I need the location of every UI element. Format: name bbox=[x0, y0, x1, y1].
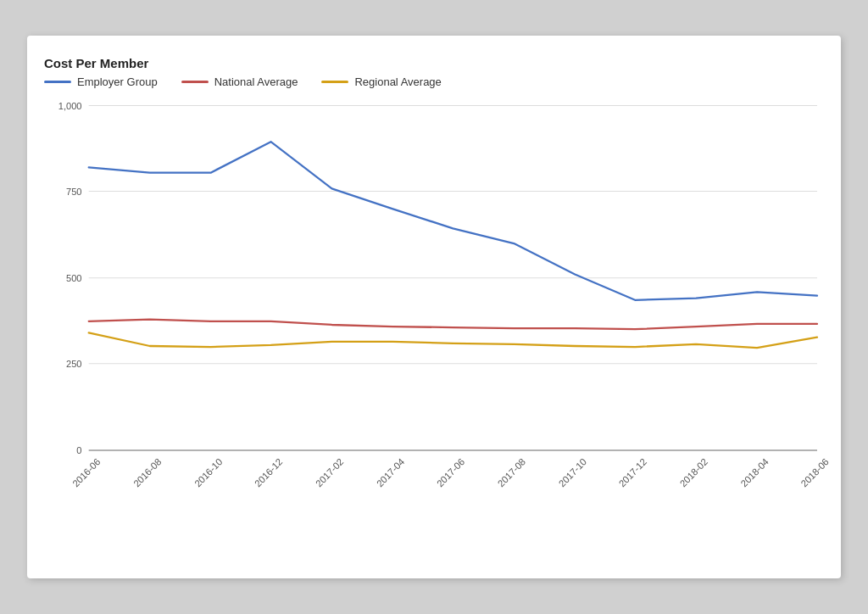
legend-line-employer bbox=[44, 81, 71, 83]
legend-label-employer: Employer Group bbox=[77, 75, 158, 88]
x-label-5: 2017-04 bbox=[375, 456, 406, 488]
x-label-1: 2016-08 bbox=[131, 456, 163, 488]
legend-item-regional: Regional Average bbox=[321, 75, 441, 88]
y-label-750: 750 bbox=[66, 187, 82, 197]
legend-item-national: National Average bbox=[181, 75, 298, 88]
legend-line-regional bbox=[321, 81, 348, 83]
x-label-11: 2018-04 bbox=[739, 456, 771, 488]
x-label-0: 2016-06 bbox=[70, 456, 102, 488]
x-label-10: 2018-02 bbox=[678, 456, 709, 488]
x-label-12: 2018-06 bbox=[799, 456, 831, 488]
x-label-4: 2017-02 bbox=[314, 456, 345, 488]
legend-label-national: National Average bbox=[214, 75, 298, 88]
legend-item-employer: Employer Group bbox=[44, 75, 158, 88]
y-label-1000: 1,000 bbox=[58, 100, 82, 110]
legend: Employer Group National Average Regional… bbox=[44, 75, 817, 88]
x-label-9: 2017-12 bbox=[617, 456, 648, 488]
x-label-8: 2017-10 bbox=[557, 456, 588, 488]
legend-line-national bbox=[181, 81, 209, 83]
x-label-3: 2016-12 bbox=[253, 456, 284, 488]
x-label-7: 2017-08 bbox=[496, 456, 527, 488]
national-average-line bbox=[89, 320, 817, 329]
regional-average-line bbox=[89, 332, 817, 348]
chart-area: 1,000 750 500 250 0 2016-06 2016-08 2016… bbox=[44, 97, 817, 512]
employer-group-line bbox=[89, 142, 817, 300]
x-label-2: 2016-10 bbox=[192, 456, 224, 488]
y-label-250: 250 bbox=[66, 359, 82, 369]
legend-label-regional: Regional Average bbox=[354, 75, 441, 88]
chart-card: Cost Per Member Employer Group National … bbox=[27, 36, 841, 578]
y-label-0: 0 bbox=[76, 445, 81, 455]
x-label-6: 2017-06 bbox=[435, 456, 466, 488]
chart-title: Cost Per Member bbox=[44, 56, 817, 70]
y-label-500: 500 bbox=[66, 273, 82, 283]
chart-svg: 1,000 750 500 250 0 2016-06 2016-08 2016… bbox=[44, 97, 817, 512]
